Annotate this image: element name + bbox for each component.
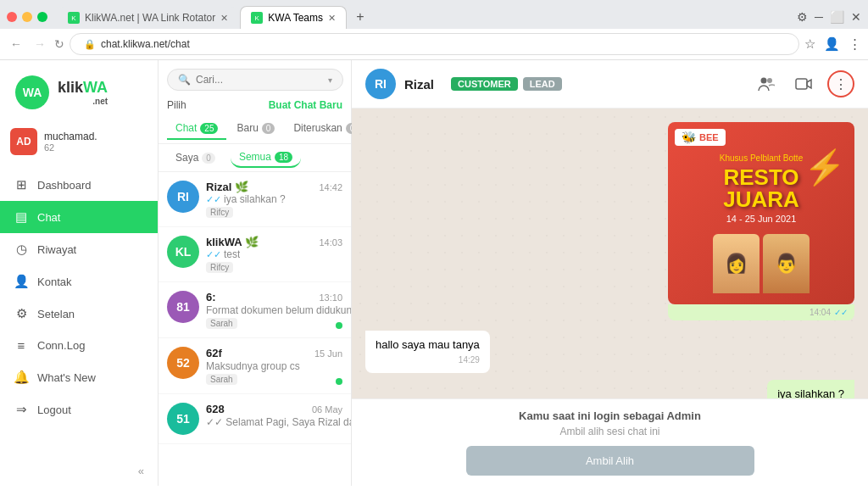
admin-title: Kamu saat ini login sebagai Admin xyxy=(365,409,854,422)
svg-rect-4 xyxy=(796,79,807,89)
menu-icon[interactable]: ⋮ xyxy=(849,36,861,52)
promo-title: RESTOJUARA xyxy=(723,166,799,210)
search-input[interactable] xyxy=(196,74,323,86)
sidebar-item-kontak[interactable]: 👤 Kontak xyxy=(0,265,158,298)
tab2-close[interactable]: ✕ xyxy=(328,13,336,24)
promo-message: 🐝 BEE ⚡ Khusus Pelblant Botte RESTOJUARA… xyxy=(668,122,854,320)
browser-tab-2[interactable]: K KWA Teams ✕ xyxy=(240,6,347,29)
promo-time-bar: 14:04 ✓✓ xyxy=(668,304,854,320)
chat-preview-rizal: iya silahkan ? xyxy=(224,193,286,205)
user-count: 62 xyxy=(44,142,97,153)
sidebar-item-riwayat[interactable]: ◷ Riwayat xyxy=(0,233,158,265)
reload-btn[interactable]: ↻ xyxy=(54,37,64,51)
sidebar-item-logout[interactable]: ⇒ Logout xyxy=(0,393,158,426)
assigned-klikwa: Rifcy xyxy=(206,262,233,273)
sidebar-item-setelan[interactable]: ⚙ Setelan xyxy=(0,298,158,330)
bee-logo: 🐝 BEE xyxy=(675,129,726,146)
forward-btn[interactable]: → xyxy=(31,34,49,54)
new-tab-btn[interactable]: + xyxy=(348,5,372,29)
chat-info-klikwa: klikWA 🌿 14:03 ✓✓ test Rifcy xyxy=(206,236,342,273)
tab2-label: KWA Teams xyxy=(268,12,323,24)
chat-item-81[interactable]: 81 6: 13:10 Format dokumen belum didukun… xyxy=(159,282,351,338)
chat-avatar-klikwa: KL xyxy=(167,236,199,268)
chat-time-rizal: 14:42 xyxy=(319,182,342,192)
new-chat-btn[interactable]: Buat Chat Baru xyxy=(269,99,342,111)
saya-badge: 0 xyxy=(202,153,215,164)
whatsnew-label: What's New xyxy=(37,371,96,384)
chat-time-52: 15 Jun xyxy=(314,348,342,359)
profile-icon[interactable]: 👤 xyxy=(824,36,840,52)
sub-tabs-row: Saya 0 Semua 18 xyxy=(159,144,351,172)
bookmark-icon[interactable]: ☆ xyxy=(804,36,815,52)
logo: WA klikWA .net xyxy=(0,60,158,121)
tag-lead: LEAD xyxy=(523,77,562,91)
chat-time-klikwa: 14:03 xyxy=(319,237,342,248)
admin-subtitle: Ambil alih sesi chat ini xyxy=(365,426,854,437)
tab1-favicon: K xyxy=(68,12,80,24)
options-btn[interactable]: ⋮ xyxy=(827,70,854,97)
sidebar-collapse-btn[interactable]: « xyxy=(0,456,158,486)
filter-label[interactable]: Pilih xyxy=(167,99,186,111)
filter-row: Pilih Buat Chat Baru xyxy=(159,96,351,114)
logo-klik-text: klik xyxy=(58,79,83,97)
group-btn[interactable] xyxy=(753,70,780,97)
close-window-btn[interactable] xyxy=(7,12,17,22)
subtab-semua[interactable]: Semua 18 xyxy=(231,148,301,168)
chat-item-klikwa[interactable]: KL klikWA 🌿 14:03 ✓✓ test Rifcy xyxy=(159,227,351,282)
chat-item-52[interactable]: 52 62f 15 Jun Maksudnya group cs Sarah xyxy=(159,338,351,394)
sidebar-item-connlog[interactable]: ≡ Conn.Log xyxy=(0,330,158,361)
setelan-icon: ⚙ xyxy=(14,306,29,321)
lock-icon: 🔒 xyxy=(84,39,96,50)
settings-icon[interactable]: ⚙ xyxy=(797,10,808,24)
options-icon: ⋮ xyxy=(834,76,848,92)
minimize-window-btn[interactable] xyxy=(22,12,32,22)
logout-label: Logout xyxy=(37,404,71,416)
tab2-favicon: K xyxy=(251,12,263,24)
msg-received-1: hallo saya mau tanya 14:29 xyxy=(365,331,490,373)
search-icon: 🔍 xyxy=(178,74,191,86)
minimize-btn[interactable]: ─ xyxy=(815,10,823,24)
chat-item-51[interactable]: 51 628 06 May ✓✓ Selamat Pagi, Saya Riza… xyxy=(159,394,351,444)
chat-icon: ▤ xyxy=(14,209,29,225)
tab-chat[interactable]: Chat 25 xyxy=(167,118,226,140)
sidebar-item-dashboard[interactable]: ⊞ Dashboard xyxy=(0,169,158,201)
riwayat-icon: ◷ xyxy=(14,242,29,257)
search-row: 🔍 ▾ xyxy=(159,60,351,96)
user-avatar: AD xyxy=(10,128,37,155)
contact-name: Rizal xyxy=(404,77,434,92)
subtab-saya[interactable]: Saya 0 xyxy=(167,148,224,168)
chat-avatar-rizal: RI xyxy=(167,181,199,213)
search-dropdown-icon[interactable]: ▾ xyxy=(328,75,332,85)
chat-name-rizal: Rizal 🌿 xyxy=(206,181,248,193)
person2: 👨 xyxy=(763,234,810,293)
user-name: muchamad. xyxy=(44,131,97,142)
header-tags: CUSTOMER LEAD xyxy=(451,77,562,91)
search-box[interactable]: 🔍 ▾ xyxy=(167,69,343,91)
tab1-close[interactable]: ✕ xyxy=(220,13,228,24)
chat-item-rizal[interactable]: RI Rizal 🌿 14:42 ✓✓ iya silahkan ? Rifcy xyxy=(159,172,351,227)
setelan-label: Setelan xyxy=(37,308,75,320)
video-btn[interactable] xyxy=(790,70,817,97)
kontak-label: Kontak xyxy=(37,276,71,288)
back-btn[interactable]: ← xyxy=(7,34,25,54)
chat-avatar-51: 51 xyxy=(167,403,199,435)
sidebar-item-chat[interactable]: ▤ Chat xyxy=(0,201,158,233)
chat-header: RI Rizal CUSTOMER LEAD ⋮ xyxy=(352,60,868,109)
check-rizal: ✓✓ xyxy=(206,194,221,205)
promo-check: ✓✓ xyxy=(834,308,848,317)
chat-info-52: 62f 15 Jun Maksudnya group cs Sarah xyxy=(206,347,342,385)
person1: 👩 xyxy=(713,234,760,293)
msg-sent-1: iya silahkan ? 14:42 ✓✓ xyxy=(767,380,854,398)
promo-people: 👩 👨 xyxy=(713,234,810,293)
close-btn[interactable]: ✕ xyxy=(851,10,861,24)
chat-avatar-81: 81 xyxy=(167,291,199,323)
admin-bar: Kamu saat ini login sebagai Admin Ambil … xyxy=(352,398,868,486)
chat-preview-81: Format dokumen belum didukung xyxy=(206,304,351,316)
tab-baru[interactable]: Baru 0 xyxy=(228,118,283,140)
restore-btn[interactable]: ⬜ xyxy=(830,10,844,24)
maximize-window-btn[interactable] xyxy=(37,12,47,22)
browser-tab-1[interactable]: K KlikWA.net | WA Link Rotator ✕ xyxy=(58,7,238,29)
sidebar-item-whatsnew[interactable]: 🔔 What's New xyxy=(0,361,158,393)
address-bar[interactable]: 🔒 chat.klikwa.net/chat xyxy=(70,33,799,55)
ambil-alih-btn[interactable]: Ambil Alih xyxy=(466,446,754,476)
